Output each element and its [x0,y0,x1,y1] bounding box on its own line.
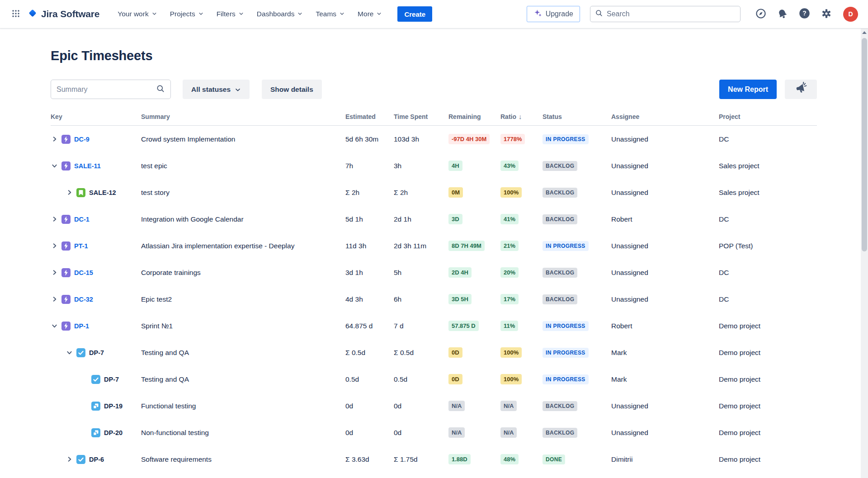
nav-item-filters[interactable]: Filters [212,6,249,22]
status-filter-dropdown[interactable]: All statuses [183,80,250,99]
table-row: DC-32 Epic test2 4d 3h 6h 3D 5H 17% BACK… [51,286,817,312]
chevron-right-icon [66,456,73,463]
expander[interactable] [51,296,58,303]
column-header-key[interactable]: Key [51,113,141,120]
discover-button[interactable] [752,5,769,24]
chevron-right-icon [51,242,58,249]
chevron-down-icon [198,10,204,19]
issue-key[interactable]: DC-32 [74,296,93,303]
estimated-cell: 0.5d [345,375,394,383]
issue-key[interactable]: DC-1 [74,216,90,223]
app-switcher-button[interactable] [9,7,23,22]
status-badge: BACKLOG [542,428,577,438]
nav-item-projects[interactable]: Projects [165,6,208,22]
ratio-badge: 100% [500,374,522,384]
issue-key[interactable]: PT-1 [74,242,88,250]
expander[interactable] [51,162,58,170]
issue-key[interactable]: DP-6 [89,456,104,463]
expander[interactable] [66,189,73,196]
new-report-button[interactable]: New Report [719,80,777,99]
scrollbar-thumb[interactable] [862,38,867,251]
expander[interactable] [51,136,58,143]
assignee-cell: Unassigned [611,189,719,197]
announcement-button[interactable] [785,80,817,99]
upgrade-button[interactable]: Upgrade [527,6,580,22]
project-cell: DC [719,135,817,143]
chevron-down-icon [297,10,303,19]
key-cell: SALE-12 [51,188,141,197]
column-header-assignee[interactable]: Assignee [611,113,719,120]
remaining-badge: 0D [448,374,462,384]
project-cell: DC [719,269,817,277]
key-cell: DC-1 [51,215,141,224]
column-header-time-spent[interactable]: Time Spent [394,113,448,120]
issue-key[interactable]: DP-1 [74,322,89,330]
issue-key[interactable]: DC-15 [74,269,93,276]
column-header-status[interactable]: Status [542,113,611,120]
table-body: DC-9 Crowd system Implementation 5d 6h 3… [51,126,817,473]
assignee-cell: Mark [611,375,719,383]
estimated-cell: 5d 1h [345,215,394,223]
time-spent-cell: 0.5d [394,375,448,383]
issue-key[interactable]: DP-20 [104,429,123,436]
project-cell: Demo project [719,349,817,357]
jira-logo[interactable]: Jira Software [27,8,99,20]
summary-cell: Sprint №1 [141,322,345,330]
nav-item-your-work[interactable]: Your work [113,6,161,22]
expander[interactable] [51,322,58,330]
column-header-summary[interactable]: Summary [141,113,345,120]
remaining-badge: 3D 5H [448,294,472,304]
create-button[interactable]: Create [397,6,432,22]
summary-filter-input[interactable] [57,85,156,94]
show-details-button[interactable]: Show details [262,80,322,99]
chevron-right-icon [66,349,73,356]
avatar[interactable]: D [843,7,858,22]
ratio-badge: N/A [500,401,517,411]
chevron-right-icon [51,216,58,222]
epic-icon [61,161,71,170]
remaining-badge: 8D 7H 49M [448,241,485,251]
issue-key[interactable]: DP-7 [89,349,104,356]
assignee-cell: Dimitrii [611,455,719,464]
chevron-right-icon [51,136,58,142]
assignee-cell: Unassigned [611,429,719,437]
estimated-cell: 0d [345,402,394,410]
status-badge: BACKLOG [542,214,577,224]
search-icon [595,9,603,19]
time-spent-cell: 5h [394,269,448,277]
column-header-project[interactable]: Project [719,113,817,120]
help-button[interactable]: ? [796,5,813,24]
nav-item-teams[interactable]: Teams [311,6,349,22]
expander[interactable] [51,269,58,276]
expander[interactable] [66,349,73,356]
issue-key[interactable]: DP-19 [104,402,123,410]
table-row: DP-7 Testing and QA 0.5d 0.5d 0D 100% IN… [51,366,817,393]
navbar-search-input[interactable] [607,10,736,18]
notifications-button[interactable] [774,5,791,23]
issue-key[interactable]: DC-9 [74,136,90,143]
issue-key[interactable]: DP-7 [104,376,119,383]
settings-button[interactable] [818,5,835,24]
expander[interactable] [51,216,58,223]
status-badge: BACKLOG [542,188,577,198]
expander[interactable] [66,456,73,463]
key-cell: DP-1 [51,322,141,331]
sparkle-icon [533,9,542,19]
subtask-icon [91,428,100,437]
nav-item-more[interactable]: More [353,6,387,22]
key-cell: DP-7 [51,348,141,357]
column-header-estimated[interactable]: Estimated [345,113,394,120]
project-cell: DC [719,215,817,223]
column-header-remaining[interactable]: Remaining [448,113,500,120]
assignee-cell: Unassigned [611,402,719,410]
issue-key[interactable]: SALE-12 [89,189,116,196]
status-badge: DONE [542,454,565,464]
remaining-badge: 1.88D [448,454,471,464]
ratio-badge: 41% [500,214,519,224]
column-header-ratio[interactable]: Ratio ↓ [500,113,542,120]
scrollbar-up-arrow[interactable] [861,28,868,36]
issue-key[interactable]: SALE-11 [74,162,101,170]
expander[interactable] [51,242,58,250]
nav-item-dashboards[interactable]: Dashboards [252,6,308,22]
summary-cell: Functional testing [141,402,345,410]
